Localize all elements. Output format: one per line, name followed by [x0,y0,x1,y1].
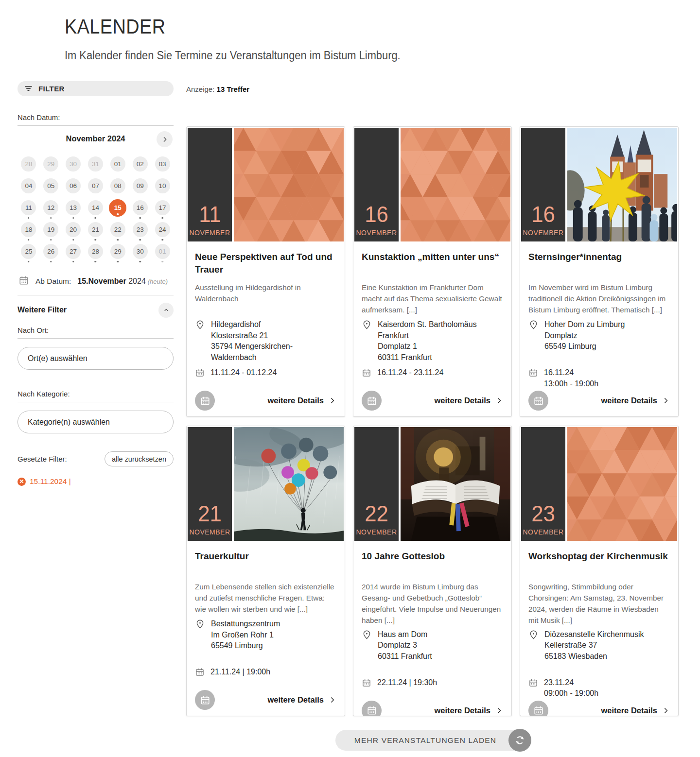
ort-section-label: Nach Ort: [18,326,174,339]
event-card-header: 11 NOVEMBER [187,127,345,242]
event-card[interactable]: 22 NOVEMBER 10 Jahre Gotteslob 2014 wurd… [353,426,512,716]
calendar-day[interactable]: 31 [88,156,103,172]
kategorie-section-label: Nach Kategorie: [18,390,174,402]
event-card[interactable]: 21 NOVEMBER Trauerkultur Zum Lebensende … [186,426,345,716]
add-to-calendar-button[interactable] [362,391,382,411]
calendar-day[interactable]: 26 [43,244,58,259]
calendar-day[interactable]: 30 [66,156,81,172]
calendar-day[interactable]: 25 [21,244,36,259]
details-label: weitere Details [601,706,657,715]
set-filters-label: Gesetzte Filter: [18,455,67,463]
calendar-day[interactable]: 30 [133,244,148,259]
chevron-right-icon [328,396,336,405]
event-date: 21.11.24 | 19:00h [195,667,336,690]
event-date: 23.11.24 09:00h - 19:00h [528,677,670,701]
add-to-calendar-button[interactable] [195,391,215,411]
calendar-icon [533,705,544,716]
location-line: 60311 Frankfurt [378,352,477,363]
event-card[interactable]: 23 NOVEMBER Workshoptag der Kirchenmusik… [520,426,679,716]
event-card-footer: weitere Details [528,701,670,716]
calendar-day[interactable]: 06 [66,178,81,193]
add-to-calendar-button[interactable] [195,690,215,710]
weitere-details-link[interactable]: weitere Details [434,706,503,715]
location-line: Hildegardishof [211,319,293,330]
weitere-details-link[interactable]: weitere Details [601,706,670,715]
calendar-day[interactable]: 11 [21,200,36,215]
calendar-day[interactable]: 10 [155,178,170,193]
calendar-day[interactable]: 15 [109,199,126,217]
calendar-day[interactable]: 03 [155,156,170,172]
event-card[interactable]: 16 NOVEMBER Kunstaktion „mitten unter un… [353,126,512,417]
calendar-day[interactable]: 05 [43,178,58,193]
calendar-icon [195,667,205,690]
weitere-details-link[interactable]: weitere Details [601,396,670,405]
details-label: weitere Details [601,396,657,405]
calendar-day[interactable]: 20 [66,222,81,237]
refresh-icon[interactable] [508,729,531,752]
calendar-day[interactable]: 13 [66,200,81,215]
reset-all-button[interactable]: alle zurücksetzen [105,451,174,466]
kategorie-select[interactable]: Kategorie(n) auswählen [18,411,174,433]
calendar-day[interactable]: 16 [133,200,148,215]
calendar-icon [18,275,29,288]
ort-select[interactable]: Ort(e) auswählen [18,347,174,370]
add-to-calendar-button[interactable] [528,701,548,716]
load-more-button[interactable]: MEHR VERANSTALTUNGEN LADEN [335,730,530,751]
location-pin-icon [528,630,539,676]
load-more-label: MEHR VERANSTALTUNGEN LADEN [354,736,496,745]
calendar-day[interactable]: 19 [43,222,58,237]
remove-filter-icon[interactable]: ✕ [18,478,26,486]
event-location: Hoher Dom zu Limburg Domplatz 65549 Limb… [528,319,670,366]
more-filters-label: Weitere Filter [18,306,67,314]
calendar-day[interactable]: 02 [133,156,148,172]
calendar-day[interactable]: 21 [88,222,103,237]
calendar-day[interactable]: 17 [155,200,170,215]
event-image [567,427,677,541]
calendar-day[interactable]: 12 [43,200,58,215]
collapse-button[interactable] [158,303,174,318]
location-pin-icon [362,320,372,366]
calendar-day[interactable]: 24 [155,222,170,237]
calendar-icon [528,678,538,701]
calendar-day[interactable]: 29 [43,156,58,172]
add-to-calendar-button[interactable] [528,391,548,411]
chevron-right-icon [328,696,336,704]
calendar-day[interactable]: 22 [110,222,125,237]
ab-datum-label: Ab Datum: [35,277,71,286]
event-date-panel: 16 NOVEMBER [521,128,565,241]
calendar-day[interactable]: 01 [155,244,170,259]
calendar-day[interactable]: 18 [21,222,36,237]
location-line: Klosterstraße 21 [211,330,293,342]
calendar-day[interactable]: 14 [88,200,103,215]
event-card-footer: weitere Details [195,391,336,417]
next-month-button[interactable] [157,131,173,147]
event-grid: 11 NOVEMBER Neue Perspektiven auf Tod un… [186,126,679,716]
event-card-footer: weitere Details [362,391,503,417]
filter-button[interactable]: FILTER [18,81,174,96]
calendar-day[interactable]: 23 [133,222,148,237]
active-filter-chip[interactable]: ✕ 15.11.2024 | [18,477,71,486]
calendar-day[interactable]: 27 [66,244,81,259]
ab-datum-hint: (heute) [148,278,168,285]
event-card[interactable]: 16 NOVEMBER Sternsinger*innentag Im Nov [520,126,679,417]
calendar-day[interactable]: 04 [21,178,36,193]
calendar-day[interactable]: 08 [110,178,125,193]
calendar-day[interactable]: 28 [21,156,36,172]
calendar-day[interactable]: 01 [110,156,125,172]
add-to-calendar-button[interactable] [362,701,382,716]
event-card[interactable]: 11 NOVEMBER Neue Perspektiven auf Tod un… [186,126,345,417]
weitere-details-link[interactable]: weitere Details [267,695,336,705]
date-section-label: Nach Datum: [18,113,174,126]
event-card-header: 23 NOVEMBER [520,426,678,542]
calendar-day[interactable]: 28 [88,244,103,259]
calendar-day[interactable]: 07 [88,178,103,193]
calendar-month-label: November 2024 [18,134,174,143]
calendar-day[interactable]: 29 [110,244,125,259]
more-filters-toggle[interactable]: Weitere Filter [18,301,174,319]
event-date-line: 16.11.24 - 23.11.24 [377,367,443,378]
weitere-details-link[interactable]: weitere Details [434,396,503,405]
details-label: weitere Details [434,706,490,715]
calendar-day[interactable]: 09 [133,178,148,193]
event-image [234,427,344,541]
weitere-details-link[interactable]: weitere Details [267,396,336,405]
